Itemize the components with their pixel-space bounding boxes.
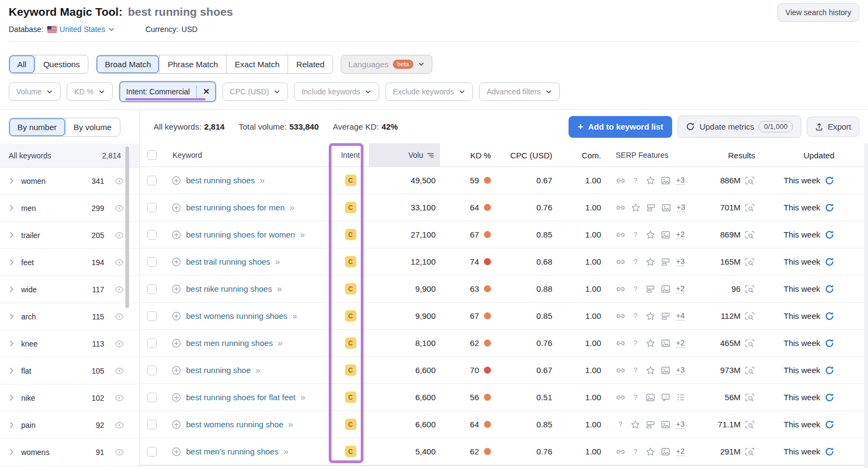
- sidebar-group-feet[interactable]: feet194: [0, 249, 139, 276]
- refresh-metrics-icon[interactable]: [825, 366, 834, 375]
- export-button[interactable]: Export: [807, 117, 859, 137]
- row-checkbox[interactable]: [147, 176, 157, 185]
- refresh-metrics-icon[interactable]: [825, 338, 834, 348]
- serp-more-count[interactable]: +3: [676, 203, 685, 212]
- refresh-metrics-icon[interactable]: [825, 257, 834, 267]
- tab-exact-match[interactable]: Exact Match: [226, 55, 288, 73]
- row-checkbox[interactable]: [147, 420, 157, 429]
- filter-volume[interactable]: Volume: [9, 82, 61, 101]
- tab-related[interactable]: Related: [288, 55, 333, 73]
- keyword-link[interactable]: best nike running shoes: [186, 284, 272, 293]
- row-checkbox[interactable]: [147, 447, 157, 457]
- sidebar-toggle-by-number[interactable]: By number: [9, 118, 65, 136]
- languages-dropdown[interactable]: Languages beta: [341, 55, 432, 74]
- filter-include-keywords[interactable]: Include keywords: [294, 82, 379, 101]
- serp-more-count[interactable]: +2: [676, 339, 685, 348]
- expand-keyword-icon[interactable]: »: [256, 366, 260, 375]
- row-checkbox[interactable]: [147, 230, 157, 240]
- sidebar-toggle-by-volume[interactable]: By volume: [65, 118, 120, 136]
- refresh-metrics-icon[interactable]: [825, 203, 834, 213]
- filter-intent-commercial[interactable]: Intent: Commercial✕: [119, 81, 216, 102]
- serp-preview-icon[interactable]: [744, 447, 755, 457]
- serp-more-count[interactable]: +2: [676, 447, 685, 456]
- keyword-link[interactable]: best running shoes for flat feet: [186, 393, 296, 402]
- sidebar-group-trailer[interactable]: trailer205: [0, 222, 139, 249]
- serp-preview-icon[interactable]: [744, 284, 755, 294]
- sidebar-group-men[interactable]: men299: [0, 195, 139, 222]
- serp-more-count[interactable]: +2: [676, 230, 685, 239]
- serp-preview-icon[interactable]: [744, 176, 755, 185]
- update-metrics-button[interactable]: Update metrics 0/1,000: [678, 116, 801, 138]
- column-header-kd[interactable]: KD %: [440, 151, 494, 160]
- column-header-updated[interactable]: Updated: [766, 151, 868, 160]
- column-header-volume[interactable]: Volu: [369, 143, 440, 167]
- expand-keyword-icon[interactable]: »: [290, 203, 294, 213]
- tab-phrase-match[interactable]: Phrase Match: [159, 55, 226, 73]
- tab-all[interactable]: All: [9, 55, 35, 73]
- refresh-metrics-icon[interactable]: [825, 420, 834, 429]
- expand-keyword-icon[interactable]: »: [260, 176, 264, 185]
- expand-keyword-icon[interactable]: »: [277, 284, 281, 294]
- serp-preview-icon[interactable]: [744, 230, 755, 240]
- serp-preview-icon[interactable]: [744, 393, 755, 402]
- expand-keyword-icon[interactable]: »: [301, 393, 305, 402]
- serp-preview-icon[interactable]: [744, 203, 755, 213]
- filter-kd-[interactable]: KD %: [67, 82, 113, 101]
- add-to-keyword-list-button[interactable]: + Add to keyword list: [569, 116, 672, 138]
- column-header-cpc[interactable]: CPC (USD): [494, 151, 558, 160]
- remove-filter-icon[interactable]: ✕: [196, 86, 216, 98]
- refresh-metrics-icon[interactable]: [825, 393, 834, 402]
- sidebar-group-wide[interactable]: wide117: [0, 276, 139, 303]
- sidebar-group-arch[interactable]: arch115: [0, 303, 139, 330]
- keyword-link[interactable]: best running shoe: [186, 366, 251, 375]
- expand-keyword-icon[interactable]: »: [283, 447, 288, 457]
- page-scrollbar-track[interactable]: [864, 143, 868, 468]
- row-checkbox[interactable]: [147, 284, 157, 294]
- database-selector[interactable]: United States: [47, 25, 115, 34]
- sidebar-group-pain[interactable]: pain92: [0, 412, 139, 439]
- serp-preview-icon[interactable]: [744, 366, 755, 375]
- keyword-link[interactable]: best womens running shoes: [186, 311, 288, 320]
- serp-preview-icon[interactable]: [744, 311, 755, 321]
- refresh-metrics-icon[interactable]: [825, 176, 834, 185]
- keyword-link[interactable]: best running shoes for women: [186, 230, 295, 239]
- expand-keyword-icon[interactable]: »: [288, 420, 292, 429]
- sidebar-group-women[interactable]: women341: [0, 168, 139, 195]
- refresh-metrics-icon[interactable]: [825, 447, 834, 457]
- all-keywords-group[interactable]: All keywords 2,814: [0, 144, 139, 168]
- expand-keyword-icon[interactable]: »: [275, 257, 279, 267]
- expand-keyword-icon[interactable]: »: [292, 311, 297, 321]
- sidebar-group-flat[interactable]: flat105: [0, 357, 139, 384]
- column-header-com[interactable]: Com.: [558, 151, 604, 160]
- serp-more-count[interactable]: +3: [676, 258, 685, 266]
- refresh-metrics-icon[interactable]: [825, 311, 834, 321]
- keyword-link[interactable]: best running shoes for men: [186, 203, 285, 212]
- row-checkbox[interactable]: [147, 257, 157, 267]
- refresh-metrics-icon[interactable]: [825, 284, 834, 294]
- row-checkbox[interactable]: [147, 366, 157, 375]
- keyword-link[interactable]: best womens running shoe: [186, 420, 283, 429]
- keyword-link[interactable]: best men's running shoes: [186, 447, 278, 456]
- sidebar-group-knee[interactable]: knee113: [0, 330, 139, 357]
- serp-more-count[interactable]: +3: [676, 176, 685, 185]
- serp-preview-icon[interactable]: [744, 338, 755, 348]
- row-checkbox[interactable]: [147, 338, 157, 348]
- serp-more-count[interactable]: +3: [676, 420, 685, 429]
- sidebar-scrollbar[interactable]: [125, 146, 129, 308]
- keyword-link[interactable]: best trail running shoes: [186, 257, 270, 266]
- row-checkbox[interactable]: [147, 311, 157, 321]
- select-all-checkbox[interactable]: [147, 150, 157, 160]
- tab-questions[interactable]: Questions: [35, 55, 88, 73]
- keyword-link[interactable]: best men running shoes: [186, 338, 273, 348]
- keyword-link[interactable]: best running shoes: [186, 176, 255, 185]
- view-search-history-button[interactable]: View search history: [777, 3, 859, 22]
- filter-cpc-usd-[interactable]: CPC (USD): [222, 82, 288, 101]
- tab-broad-match[interactable]: Broad Match: [97, 55, 159, 73]
- serp-more-count[interactable]: +4: [676, 312, 685, 320]
- row-checkbox[interactable]: [147, 203, 157, 213]
- serp-preview-icon[interactable]: [744, 420, 755, 429]
- serp-more-count[interactable]: +2: [676, 285, 685, 293]
- expand-keyword-icon[interactable]: »: [278, 338, 282, 348]
- expand-keyword-icon[interactable]: »: [300, 230, 304, 240]
- serp-preview-icon[interactable]: [744, 257, 755, 267]
